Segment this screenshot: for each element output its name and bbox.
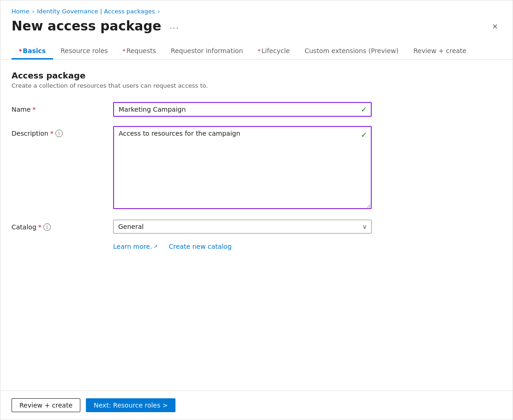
links-row: Learn more. ↗ Create new catalog xyxy=(113,243,501,250)
review-create-button[interactable]: Review + create xyxy=(12,398,80,412)
description-label: Description * i xyxy=(12,126,113,137)
name-input[interactable] xyxy=(113,102,372,117)
panel: Home › Identity Governance | Access pack… xyxy=(0,0,513,420)
description-check-icon: ✓ xyxy=(361,131,367,139)
tab-custom-extensions[interactable]: Custom extensions (Preview) xyxy=(297,43,406,60)
description-textarea-wrapper: Access to resources for the campaign ✓ xyxy=(113,126,372,210)
catalog-required-star: * xyxy=(38,223,42,231)
section-description: Create a collection of resources that us… xyxy=(12,82,501,89)
catalog-info-icon[interactable]: i xyxy=(43,223,51,231)
breadcrumb-sep-1: › xyxy=(32,8,34,15)
name-label: Name * xyxy=(12,102,113,113)
close-button[interactable]: × xyxy=(489,20,501,33)
learn-more-link[interactable]: Learn more. ↗ xyxy=(113,243,158,250)
breadcrumb-home[interactable]: Home xyxy=(12,8,29,15)
name-required-star: * xyxy=(32,106,36,113)
catalog-select[interactable]: GeneralCustom xyxy=(113,220,372,234)
catalog-select-wrapper: GeneralCustom ∨ xyxy=(113,220,372,234)
panel-header: Home › Identity Governance | Access pack… xyxy=(0,0,513,34)
external-link-icon: ↗ xyxy=(153,244,157,250)
catalog-row: Catalog * i GeneralCustom ∨ xyxy=(12,220,501,234)
panel-title-row: New access package ... × xyxy=(12,18,501,34)
lifecycle-required-star: * xyxy=(258,48,260,54)
requests-required-star: * xyxy=(123,48,126,54)
catalog-control: GeneralCustom ∨ xyxy=(113,220,372,234)
description-info-icon[interactable]: i xyxy=(55,130,63,137)
breadcrumb-identity-governance[interactable]: Identity Governance | Access packages xyxy=(37,8,155,15)
name-control: ✓ xyxy=(113,102,372,117)
description-textarea[interactable]: Access to resources for the campaign xyxy=(113,126,372,209)
tab-review-create[interactable]: Review + create xyxy=(406,43,474,60)
page-title: New access package xyxy=(12,18,161,34)
ellipsis-button[interactable]: ... xyxy=(166,19,183,33)
create-catalog-link[interactable]: Create new catalog xyxy=(169,243,232,250)
tab-lifecycle[interactable]: *Lifecycle xyxy=(250,43,297,60)
panel-footer: Review + create Next: Resource roles > xyxy=(0,390,513,420)
section-title: Access package xyxy=(12,71,501,80)
description-required-star: * xyxy=(50,130,54,137)
description-control: Access to resources for the campaign ✓ xyxy=(113,126,372,210)
panel-content: Access package Create a collection of re… xyxy=(0,60,513,390)
tabs: *Basics Resource roles *Requests Request… xyxy=(0,43,513,60)
basics-required-star: * xyxy=(19,48,22,54)
breadcrumb: Home › Identity Governance | Access pack… xyxy=(12,8,501,15)
tab-requests[interactable]: *Requests xyxy=(115,43,163,60)
name-row: Name * ✓ xyxy=(12,102,501,117)
tab-resource-roles[interactable]: Resource roles xyxy=(53,43,115,60)
tab-basics[interactable]: *Basics xyxy=(12,43,53,60)
description-row: Description * i Access to resources for … xyxy=(12,126,501,210)
name-check-icon: ✓ xyxy=(361,105,367,114)
catalog-label: Catalog * i xyxy=(12,220,113,231)
name-input-wrapper: ✓ xyxy=(113,102,372,117)
breadcrumb-sep-2: › xyxy=(158,8,160,15)
next-resource-roles-button[interactable]: Next: Resource roles > xyxy=(86,398,175,412)
panel-title-left: New access package ... xyxy=(12,18,183,34)
tab-requestor-info[interactable]: Requestor information xyxy=(163,43,250,60)
